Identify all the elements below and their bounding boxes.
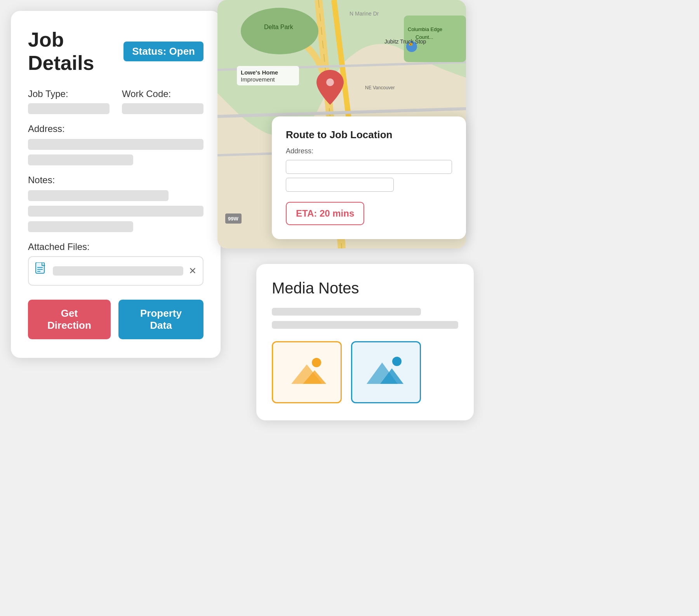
orange-image-icon (283, 353, 330, 392)
property-data-button[interactable]: Property Data (118, 300, 203, 339)
media-bar-1 (272, 308, 421, 316)
job-type-work-code-row: Job Type: Work Code: (28, 88, 203, 114)
svg-text:Jubitz Truck Stop: Jubitz Truck Stop (384, 38, 426, 45)
card-header: Job Details Status: Open (28, 28, 203, 75)
route-title: Route to Job Location (286, 129, 452, 141)
eta-text: ETA: 20 mins (296, 208, 354, 219)
media-notes-card: Media Notes (256, 264, 474, 420)
notes-line-1 (28, 190, 169, 201)
job-type-label: Job Type: (28, 88, 110, 99)
svg-text:Columbia Edge: Columbia Edge (408, 26, 442, 32)
notes-section: Notes: (28, 175, 203, 232)
route-address-label: Address: (286, 147, 452, 155)
file-item: ✕ (28, 256, 203, 286)
svg-point-37 (392, 357, 402, 366)
svg-point-23 (326, 78, 334, 86)
media-images (272, 341, 458, 403)
svg-text:Improvement: Improvement (241, 76, 275, 83)
address-section: Address: (28, 123, 203, 165)
route-address-input-2[interactable] (286, 178, 394, 192)
file-document-icon (35, 262, 47, 279)
address-line-2 (28, 154, 133, 165)
svg-point-33 (312, 358, 321, 367)
eta-badge: ETA: 20 mins (286, 202, 364, 225)
address-value-stack (28, 139, 203, 165)
file-close-icon[interactable]: ✕ (189, 265, 196, 276)
address-label: Address: (28, 123, 203, 134)
address-line-1 (28, 139, 203, 150)
notes-line-3 (28, 221, 133, 232)
status-label: Status: (132, 45, 166, 57)
notes-label: Notes: (28, 175, 203, 186)
work-code-label: Work Code: (122, 88, 203, 99)
action-buttons: Get Direction Property Data (28, 300, 203, 339)
svg-text:Lowe's Home: Lowe's Home (241, 69, 278, 76)
media-notes-title: Media Notes (272, 279, 458, 297)
attached-files-section: Attached Files: ✕ (28, 241, 203, 286)
status-badge: Status: Open (123, 42, 203, 61)
route-card: Route to Job Location Address: ETA: 20 m… (272, 116, 466, 239)
notes-value-stack (28, 190, 203, 232)
file-name (53, 266, 183, 276)
blue-image-icon (363, 353, 409, 392)
media-bar-2 (272, 321, 458, 329)
work-code-group: Work Code: (122, 88, 203, 114)
svg-text:N Marine Dr: N Marine Dr (350, 10, 379, 17)
media-image-orange[interactable] (272, 341, 342, 403)
work-code-value (122, 103, 203, 114)
route-address-input-1[interactable] (286, 160, 452, 174)
status-value: Open (169, 45, 195, 57)
media-bars (272, 308, 458, 329)
job-type-group: Job Type: (28, 88, 110, 114)
attached-files-label: Attached Files: (28, 241, 203, 252)
notes-line-2 (28, 206, 203, 217)
svg-text:99W: 99W (228, 216, 238, 222)
job-details-card: Job Details Status: Open Job Type: Work … (11, 11, 221, 358)
get-direction-button[interactable]: Get Direction (28, 300, 111, 339)
job-type-value (28, 103, 110, 114)
svg-text:NE Vancouver: NE Vancouver (365, 85, 395, 90)
media-image-blue[interactable] (351, 341, 421, 403)
svg-point-8 (241, 8, 318, 54)
svg-text:Delta Park: Delta Park (264, 24, 294, 30)
job-details-title: Job Details (28, 28, 123, 75)
